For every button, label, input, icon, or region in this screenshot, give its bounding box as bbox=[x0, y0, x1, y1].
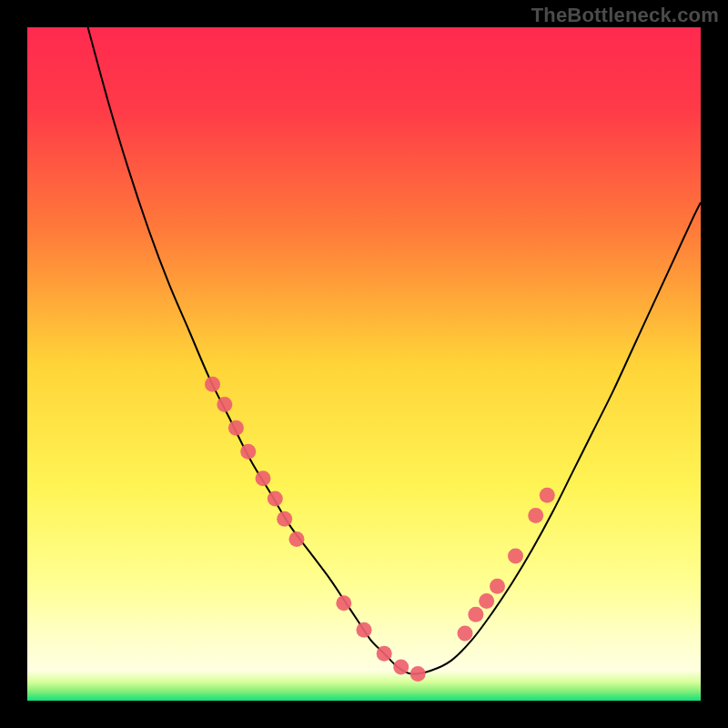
marker-left-band bbox=[205, 377, 220, 392]
marker-valley bbox=[357, 622, 372, 638]
marker-left-band bbox=[240, 444, 256, 460]
chart-svg bbox=[27, 27, 701, 701]
marker-right-band bbox=[490, 579, 505, 594]
marker-valley bbox=[336, 595, 351, 611]
marker-right-band bbox=[468, 607, 483, 622]
marker-right-band bbox=[479, 593, 494, 609]
gradient-background bbox=[27, 27, 701, 701]
marker-left-band bbox=[217, 397, 232, 412]
chart-frame: TheBottleneck.com bbox=[0, 0, 728, 728]
marker-left-band bbox=[277, 511, 292, 527]
marker-right-band bbox=[540, 488, 555, 503]
marker-right-band bbox=[508, 548, 523, 563]
marker-left-band bbox=[256, 470, 271, 486]
marker-right-band bbox=[458, 626, 473, 642]
marker-valley bbox=[393, 660, 409, 675]
marker-valley bbox=[377, 646, 392, 662]
plot-area bbox=[27, 27, 701, 701]
marker-right-band bbox=[528, 508, 543, 523]
marker-left-band bbox=[228, 420, 244, 436]
marker-valley bbox=[410, 666, 426, 682]
watermark-text: TheBottleneck.com bbox=[531, 4, 719, 27]
marker-left-band bbox=[268, 491, 283, 507]
marker-left-band bbox=[289, 531, 305, 547]
